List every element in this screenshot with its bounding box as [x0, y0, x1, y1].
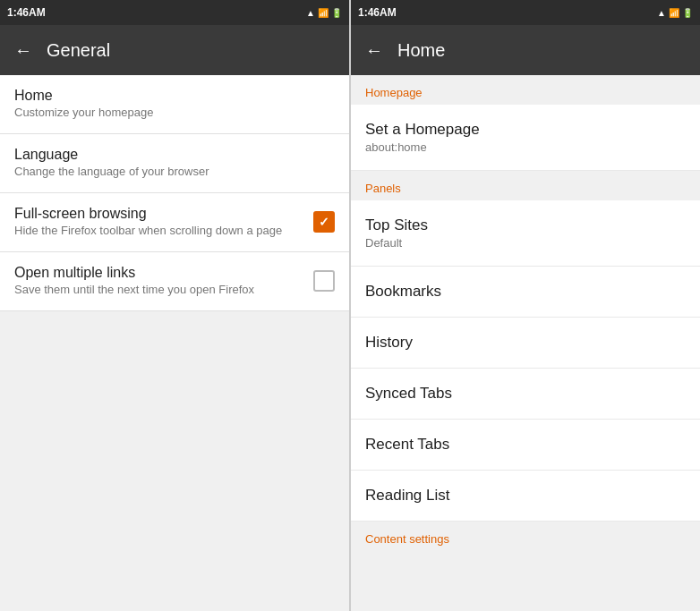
right-content: Homepage Set a Homepage about:home Panel…	[351, 75, 700, 611]
multiple-links-text: Open multiple links Save them until the …	[14, 265, 313, 298]
left-back-button[interactable]: ←	[14, 40, 32, 61]
panel-item-top-sites[interactable]: Top Sites Default	[351, 200, 700, 267]
panel-item-history[interactable]: History	[351, 318, 700, 369]
right-back-button[interactable]: ←	[365, 40, 383, 61]
multiple-links-checkbox[interactable]	[313, 270, 335, 292]
signal-icon: ▲	[306, 8, 315, 18]
fullscreen-subtitle: Hide the Firefox toolbar when scrolling …	[14, 224, 303, 239]
right-battery-icon: 🔋	[682, 8, 693, 18]
left-title: General	[47, 40, 110, 61]
settings-item-language[interactable]: Language Change the language of your bro…	[0, 134, 349, 193]
panel-item-reading-list[interactable]: Reading List	[351, 471, 700, 522]
panel-item-recent-tabs[interactable]: Recent Tabs	[351, 420, 700, 471]
left-content: Home Customize your homepage Language Ch…	[0, 75, 349, 611]
settings-item-fullscreen[interactable]: Full-screen browsing Hide the Firefox to…	[0, 193, 349, 252]
reading-list-title: Reading List	[365, 487, 686, 505]
left-time: 1:46AM	[7, 6, 46, 19]
right-status-icons: ▲ 📶 🔋	[657, 8, 693, 18]
language-subtitle: Change the language of your browser	[14, 165, 335, 180]
left-toolbar: ← General	[0, 25, 349, 75]
homepage-item-sub: about:home	[365, 140, 686, 154]
homepage-item-title: Set a Homepage	[365, 121, 686, 139]
settings-item-home[interactable]: Home Customize your homepage	[0, 75, 349, 134]
fullscreen-checkbox[interactable]	[313, 211, 335, 233]
synced-tabs-title: Synced Tabs	[365, 385, 686, 403]
left-status-bar: 1:46AM ▲ 📶 🔋	[0, 0, 349, 25]
top-sites-title: Top Sites	[365, 216, 686, 234]
bookmarks-title: Bookmarks	[365, 283, 686, 301]
battery-icon: 🔋	[331, 8, 342, 18]
right-wifi-icon: 📶	[669, 8, 679, 18]
history-title: History	[365, 334, 686, 352]
home-title: Home	[14, 88, 335, 104]
panel-item-synced-tabs[interactable]: Synced Tabs	[351, 369, 700, 420]
panel-item-bookmarks[interactable]: Bookmarks	[351, 267, 700, 318]
homepage-item[interactable]: Set a Homepage about:home	[351, 105, 700, 171]
content-settings-label: Content settings	[351, 522, 700, 551]
language-title: Language	[14, 147, 335, 163]
right-status-bar: 1:46AM ▲ 📶 🔋	[351, 0, 700, 25]
settings-item-multiple-links[interactable]: Open multiple links Save them until the …	[0, 252, 349, 311]
right-title: Home	[397, 40, 445, 61]
homepage-section-label: Homepage	[351, 75, 700, 105]
multiple-links-subtitle: Save them until the next time you open F…	[14, 283, 303, 298]
home-subtitle: Customize your homepage	[14, 106, 335, 121]
left-status-icons: ▲ 📶 🔋	[306, 8, 342, 18]
wifi-icon: 📶	[318, 8, 329, 18]
multiple-links-title: Open multiple links	[14, 265, 303, 281]
right-toolbar: ← Home	[351, 25, 700, 75]
fullscreen-title: Full-screen browsing	[14, 206, 303, 222]
right-time: 1:46AM	[358, 6, 397, 19]
right-signal-icon: ▲	[657, 8, 666, 18]
right-panel: 1:46AM ▲ 📶 🔋 ← Home Homepage Set a Homep…	[351, 0, 700, 611]
panels-section-label: Panels	[351, 171, 700, 200]
recent-tabs-title: Recent Tabs	[365, 436, 686, 454]
left-panel: 1:46AM ▲ 📶 🔋 ← General Home Customize yo…	[0, 0, 349, 611]
fullscreen-text: Full-screen browsing Hide the Firefox to…	[14, 206, 313, 239]
top-sites-sub: Default	[365, 236, 686, 250]
